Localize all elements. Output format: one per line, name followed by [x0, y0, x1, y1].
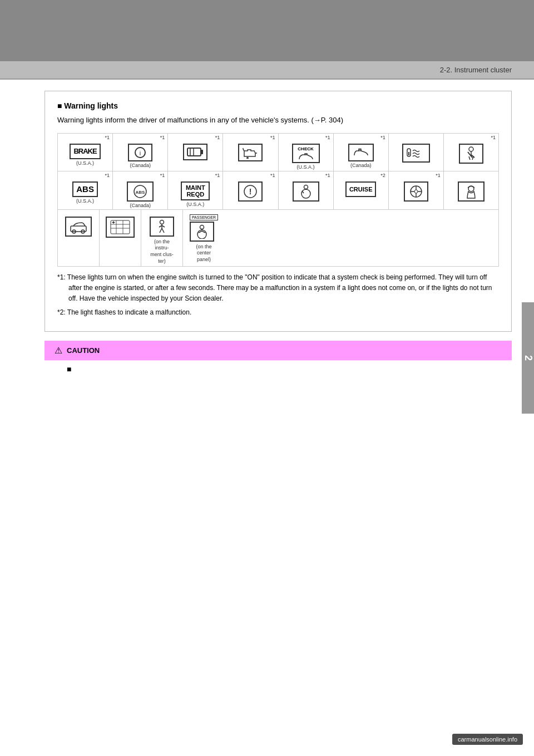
svg-point-35 — [160, 220, 164, 224]
svg-point-6 — [243, 148, 244, 149]
chapter-number: 2 — [522, 355, 534, 361]
cruise-star: *2 — [380, 173, 385, 178]
caution-icon: ⚠ — [55, 345, 62, 356]
exclamation-circle-icon: ! — [243, 184, 258, 199]
passenger-airbag-icon-box — [190, 222, 214, 242]
passenger-text: PASSENGER — [190, 214, 218, 220]
pedestrian-icon-box — [150, 217, 174, 237]
svg-rect-3 — [201, 150, 203, 154]
svg-point-10 — [469, 147, 473, 151]
reqd-icon: REQD — [186, 191, 204, 198]
svg-text:ABS: ABS — [136, 190, 146, 195]
key-car-icon-box — [65, 217, 92, 237]
warning-lights-grid: *1 BRAKE (U.S.A.) *1 — [57, 133, 499, 267]
battery-star: *1 — [215, 135, 220, 140]
caution-label: CAUTION — [67, 346, 100, 355]
maint-icon: MAINT — [186, 184, 205, 191]
watermark: carmanualsonline.info — [452, 734, 523, 745]
check-text: CHECK — [298, 146, 313, 151]
circle-i-icon: i — [132, 146, 148, 159]
chapter-tab: 2 — [522, 302, 534, 414]
abs-usa-cell: *1 ABS (U.S.A.) — [58, 171, 113, 209]
abs-circle-icon: ABS — [131, 184, 150, 199]
seatbelt-icon-box — [459, 144, 483, 164]
maint-cell: *1 MAINT REQD (U.S.A.) — [168, 171, 223, 209]
engine-cell: *1 (Canada) — [334, 134, 389, 171]
battery-icon — [187, 146, 204, 158]
engine-star: *1 — [380, 135, 385, 140]
brake-cell: *1 BRAKE (U.S.A.) — [58, 134, 113, 171]
passenger-airbag-icon — [194, 224, 210, 239]
abs-usa-star: *1 — [105, 173, 110, 178]
oil-star: *1 — [270, 135, 275, 140]
oil-cell: *1 — [223, 134, 278, 171]
section-header: 2-2. Instrument cluster — [0, 61, 534, 80]
svg-rect-2 — [187, 148, 201, 156]
cruise-icon: CRUISE — [349, 186, 373, 193]
airbag-icon — [296, 184, 315, 199]
grid-row-3: (on theinstru-ment clus-ter) PASSENGER — [58, 210, 498, 266]
svg-text:i: i — [140, 150, 141, 156]
exclaim-icon-box: ! — [238, 181, 263, 202]
footnotes: *1: These lights turn on when the engine… — [57, 272, 499, 318]
sun-grid-icon — [110, 219, 131, 235]
engine-start-cell: *1 i (Canada) — [113, 134, 168, 171]
cruise-cell: *2 CRUISE — [334, 171, 389, 209]
grid-row-2: *1 ABS (U.S.A.) *1 — [58, 171, 498, 210]
footnote-2: *2: The light flashes to indicate a malf… — [57, 307, 499, 318]
sun-grid-cell — [100, 210, 141, 266]
content-box: Warning lights Warning lights inform the… — [44, 91, 512, 332]
airbag-cell: *1 — [279, 171, 334, 209]
check-engine-icon — [298, 151, 314, 160]
cruise-icon-box: CRUISE — [345, 181, 377, 197]
svg-point-16 — [301, 189, 310, 198]
intro-paragraph: Warning lights inform the driver of malf… — [57, 115, 499, 126]
section-title-text: 2-2. Instrument cluster — [440, 66, 512, 74]
top-decorative-bar — [0, 0, 534, 61]
maint-icon-box: MAINT REQD — [181, 181, 210, 200]
caution-box: ⚠ CAUTION — [44, 341, 512, 360]
maint-label: (U.S.A.) — [186, 202, 204, 207]
abs-usa-icon-box: ABS — [72, 181, 98, 197]
battery-icon-box — [183, 144, 207, 160]
row3-spacer — [225, 210, 498, 266]
person-hat-icon-box — [458, 181, 484, 202]
person-hat-cell — [444, 171, 498, 209]
abs-canada-label: (Canada) — [130, 203, 151, 208]
wave-cell — [389, 134, 444, 171]
steering-icon — [408, 184, 424, 199]
black-square: ■ — [44, 365, 512, 374]
pedestrian-note: (on theinstru-ment clus-ter) — [150, 239, 174, 265]
airbag-star: *1 — [325, 173, 330, 178]
grid-row-1: *1 BRAKE (U.S.A.) *1 — [58, 134, 498, 171]
battery-cell: *1 — [168, 134, 223, 171]
passenger-airbag-label-box: PASSENGER — [190, 214, 218, 222]
seatbelt-star: *1 — [491, 135, 496, 140]
maint-star: *1 — [215, 173, 220, 178]
svg-point-18 — [414, 190, 418, 193]
wave-icon-box — [402, 144, 430, 163]
oil-icon-box — [238, 144, 263, 161]
abs-canada-cell: *1 ABS (Canada) — [113, 171, 168, 209]
abs-canada-star: *1 — [160, 173, 165, 178]
engine-icon-box — [348, 144, 374, 161]
key-car-cell — [58, 210, 100, 266]
pedestrian-cell: (on theinstru-ment clus-ter) — [141, 210, 183, 266]
passenger-airbag-cell: PASSENGER — [183, 210, 225, 266]
seatbelt-icon — [463, 146, 479, 161]
check-star: *1 — [325, 135, 330, 140]
pedestrian-icon — [154, 219, 170, 234]
svg-point-36 — [200, 225, 204, 229]
temperature-wave-icon — [406, 146, 426, 160]
seatbelt-cell: *1 — [444, 134, 498, 171]
airbag-icon-box — [293, 181, 319, 202]
engine-canada-label: (Canada) — [350, 163, 372, 168]
abs-usa-icon: ABS — [76, 184, 94, 194]
abs-usa-label: (U.S.A.) — [76, 198, 94, 204]
key-car-icon — [69, 219, 88, 234]
steering-cell: *1 — [389, 171, 444, 209]
footnote-1: *1: These lights turn on when the engine… — [57, 272, 499, 305]
check-cell: *1 CHECK (U.S.A.) — [279, 134, 334, 171]
abs-canada-icon-box: ABS — [127, 181, 154, 202]
engine-start-star: *1 — [160, 135, 165, 140]
